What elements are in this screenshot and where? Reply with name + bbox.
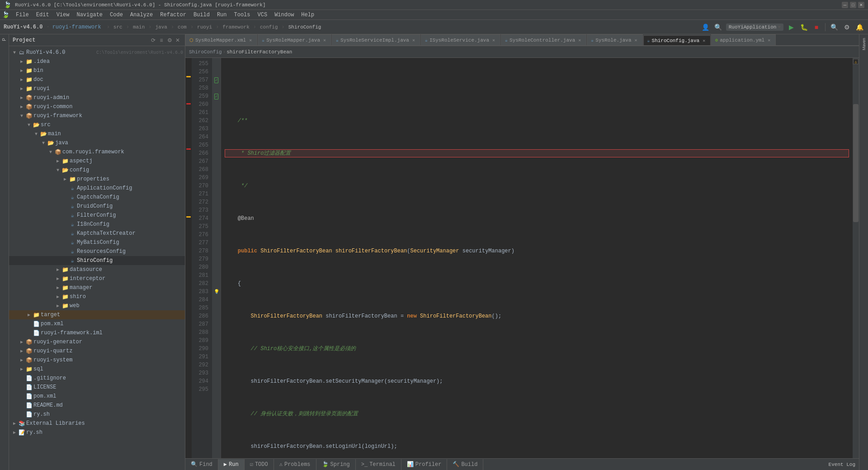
menu-file[interactable]: File <box>12 11 33 19</box>
expand-all-btn[interactable]: ≡ <box>158 37 165 44</box>
menu-tools[interactable]: Tools <box>231 11 254 19</box>
tree-kaptcha[interactable]: ▶ ☕ KaptchaTextCreator <box>9 229 185 238</box>
tab-isysroleservice[interactable]: ☕ ISysRoleService.java ✕ <box>421 34 500 45</box>
tree-license[interactable]: ▶ 📄 LICENSE <box>9 383 185 392</box>
tree-package[interactable]: ▼ 📦 com.ruoyi.framework <box>9 147 185 157</box>
tree-aspectj[interactable]: ▶ 📁 aspectj <box>9 157 185 166</box>
tab-todo[interactable]: ☑ TODO <box>245 459 274 470</box>
tree-target[interactable]: ▶ 📁 target <box>9 310 185 319</box>
profile-btn[interactable]: 👤 <box>701 22 711 32</box>
tree-pom[interactable]: ▶ 📄 pom.xml <box>9 319 185 328</box>
tree-manager[interactable]: ▶ 📁 manager <box>9 283 185 292</box>
menu-refactor[interactable]: Refactor <box>156 11 190 19</box>
tab-profiler[interactable]: 📊 Profiler <box>401 459 448 470</box>
tree-iml[interactable]: ▶ 📄 ruoyi-framework.iml <box>9 328 185 337</box>
tab-sysroleserviceimpl[interactable]: ☕ SysRoleServiceImpl.java ✕ <box>332 34 420 45</box>
project-panel: Project ⟳ ≡ ⚙ ✕ ▼ 🗂 RuoYi-v4.6.0 C:\Tool… <box>9 34 185 470</box>
project-icon[interactable]: P <box>2 38 7 41</box>
tab-sysrolemapper-java[interactable]: ☕ SysRoleMapper.java ✕ <box>258 34 331 45</box>
notifications-btn[interactable]: 🔔 <box>854 22 864 32</box>
close-button[interactable]: ✕ <box>858 2 864 8</box>
tree-container[interactable]: ▼ 🗂 RuoYi-v4.6.0 C:\Tools\enviroment\Ruo… <box>9 46 185 470</box>
tree-config[interactable]: ▼ 📂 config <box>9 166 185 175</box>
menu-analyze[interactable]: Analyze <box>127 11 156 19</box>
search2-btn[interactable]: 🔍 <box>829 22 839 32</box>
tree-mybatis-config[interactable]: ▶ ☕ MyBatisConfig <box>9 238 185 247</box>
bc-method[interactable]: shiroFilterFactoryBean <box>226 49 292 55</box>
tree-scratches[interactable]: ▶ 📝 ry.sh <box>9 428 185 437</box>
tab-problems[interactable]: ⚠ Problems <box>274 459 316 470</box>
tab-sysrolemapper-xml[interactable]: ⬡ SysRoleMapper.xml ✕ <box>185 34 257 45</box>
tree-ruoyi-framework[interactable]: ▼ 📦 ruoyi-framework <box>9 111 185 120</box>
tree-druid-config[interactable]: ▶ ☕ DruidConfig <box>9 202 185 211</box>
tree-properties[interactable]: ▶ 📁 properties <box>9 175 185 184</box>
minimize-button[interactable]: ─ <box>842 2 848 8</box>
tree-gitignore[interactable]: ▶ 📄 .gitignore <box>9 374 185 383</box>
menu-vcs[interactable]: VCS <box>254 11 271 19</box>
tree-datasource[interactable]: ▶ 📁 datasource <box>9 265 185 274</box>
editor-breadcrumb: ShiroConfig › shiroFilterFactoryBean <box>185 46 859 58</box>
tab-build[interactable]: 🔨 Build <box>447 459 483 470</box>
menu-edit[interactable]: Edit <box>33 11 53 19</box>
stop-btn[interactable]: ■ <box>811 22 821 32</box>
tree-i18n-config[interactable]: ▶ ☕ I18nConfig <box>9 220 185 229</box>
tab-sysrole[interactable]: ☕ SysRole.java ✕ <box>587 34 642 45</box>
tree-ext-libs[interactable]: ▶ 📚 External Libraries <box>9 419 185 428</box>
bottom-tabs: 🔍 Find ▶ Run ☑ TODO ⚠ Problems 🍃 Spring … <box>185 458 859 470</box>
tab-run[interactable]: ▶ Run <box>218 459 245 470</box>
tab-application-yml[interactable]: ⚙ application.yml ✕ <box>711 34 776 45</box>
sync-btn[interactable]: ⟳ <box>150 37 157 44</box>
tab-shiroconfig[interactable]: ☕ ShiroConfig.java ✕ <box>643 35 711 46</box>
tree-pom-root[interactable]: ▶ 📄 pom.xml <box>9 392 185 401</box>
settings-panel-btn[interactable]: ⚙ <box>166 37 173 44</box>
tree-shiro-config[interactable]: ▶ ☕ ShiroConfig <box>9 256 185 265</box>
run-btn[interactable]: ▶ <box>786 22 796 32</box>
menu-window[interactable]: Window <box>271 11 297 19</box>
tree-ruoyi-admin[interactable]: ▶ 📦 ruoyi-admin <box>9 93 185 102</box>
code-content[interactable]: /** * Shiro过滤器配置 */ @Bean public ShiroFi… <box>221 58 853 458</box>
project-name-label: RuoYi-v4.6.0 <box>4 24 42 30</box>
tree-generator[interactable]: ▶ 📦 ruoyi-generator <box>9 337 185 347</box>
tree-shiro[interactable]: ▶ 📁 shiro <box>9 292 185 301</box>
tree-readme[interactable]: ▶ 📄 README.md <box>9 401 185 410</box>
tree-java[interactable]: ▼ 📂 java <box>9 138 185 147</box>
tree-sql[interactable]: ▶ 📁 sql <box>9 365 185 374</box>
menu-help[interactable]: Help <box>297 11 318 19</box>
search-btn[interactable]: 🔍 <box>713 22 723 32</box>
tree-ruoyi-common[interactable]: ▶ 📦 ruoyi-common <box>9 102 185 111</box>
tree-item-root[interactable]: ▼ 🗂 RuoYi-v4.6.0 C:\Tools\enviroment\Ruo… <box>9 48 185 57</box>
tree-app-config[interactable]: ▶ ☕ ApplicationConfig <box>9 184 185 193</box>
maximize-button[interactable]: □ <box>850 2 856 8</box>
tree-idea[interactable]: ▶ 📁 .idea <box>9 57 185 66</box>
tree-interceptor[interactable]: ▶ 📁 interceptor <box>9 274 185 283</box>
menu-view[interactable]: View <box>53 11 73 19</box>
menu-code[interactable]: Code <box>106 11 127 19</box>
tab-spring[interactable]: 🍃 Spring <box>316 459 356 470</box>
tree-system[interactable]: ▶ 📦 ruoyi-system <box>9 356 185 365</box>
tree-doc[interactable]: ▶ 📁 doc <box>9 75 185 84</box>
tree-captcha-config[interactable]: ▶ ☕ CaptchaConfig <box>9 193 185 202</box>
tree-web[interactable]: ▶ 📁 web <box>9 301 185 310</box>
bc-shiroconfig[interactable]: ShiroConfig <box>189 49 222 55</box>
menu-run[interactable]: Run <box>213 11 231 19</box>
event-log-btn[interactable]: Event Log <box>829 462 855 467</box>
tab-terminal[interactable]: >_ Terminal <box>356 459 401 470</box>
tree-bin[interactable]: ▶ 📁 bin <box>9 66 185 75</box>
tree-quartz[interactable]: ▶ 📦 ruoyi-quartz <box>9 347 185 356</box>
tree-rysh[interactable]: ▶ 📄 ry.sh <box>9 410 185 419</box>
tree-main[interactable]: ▼ 📂 main <box>9 129 185 138</box>
tree-ruoyi[interactable]: ▶ 📁 ruoyi <box>9 84 185 93</box>
tab-sysrolecontroller[interactable]: ☕ SysRoleController.java ✕ <box>501 34 586 45</box>
debug-btn[interactable]: 🐛 <box>799 22 809 32</box>
close-panel-btn[interactable]: ✕ <box>174 37 181 44</box>
tree-filter-config[interactable]: ▶ ☕ FilterConfig <box>9 211 185 220</box>
menu-navigate[interactable]: Navigate <box>73 11 106 19</box>
tab-find[interactable]: 🔍 Find <box>185 459 218 470</box>
scrollbar-thumb[interactable] <box>853 104 859 222</box>
menu-build[interactable]: Build <box>190 11 213 19</box>
warning-marker-2 <box>186 216 191 218</box>
settings-btn[interactable]: ⚙ <box>842 22 852 32</box>
tree-src[interactable]: ▼ 📂 src <box>9 120 185 129</box>
tree-resources-config[interactable]: ▶ ☕ ResourcesConfig <box>9 247 185 256</box>
maven-icon[interactable]: Maven <box>862 38 866 50</box>
